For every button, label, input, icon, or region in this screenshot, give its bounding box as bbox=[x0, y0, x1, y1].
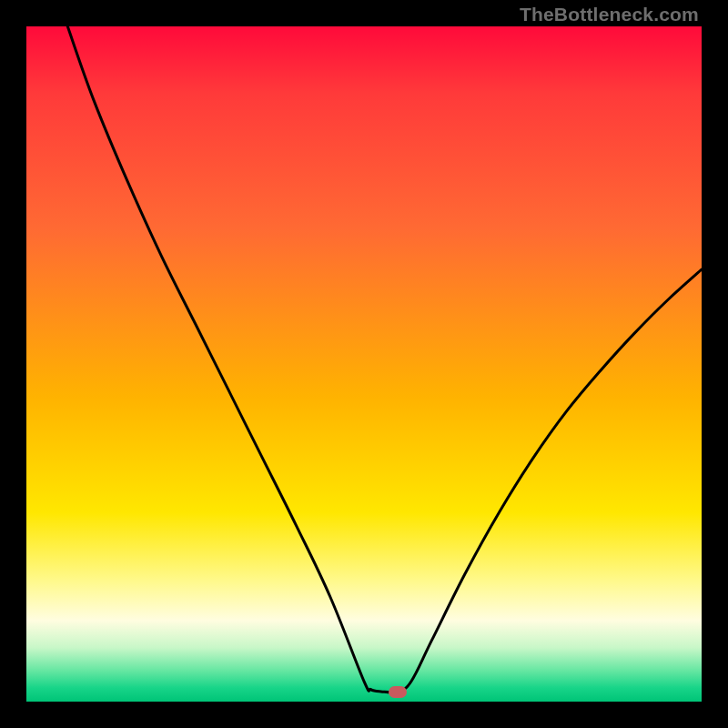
plot-area bbox=[26, 26, 702, 702]
watermark-text: TheBottleneck.com bbox=[520, 4, 699, 25]
min-marker bbox=[389, 686, 407, 698]
chart-frame: TheBottleneck.com bbox=[0, 0, 728, 728]
bottleneck-curve bbox=[26, 26, 702, 702]
